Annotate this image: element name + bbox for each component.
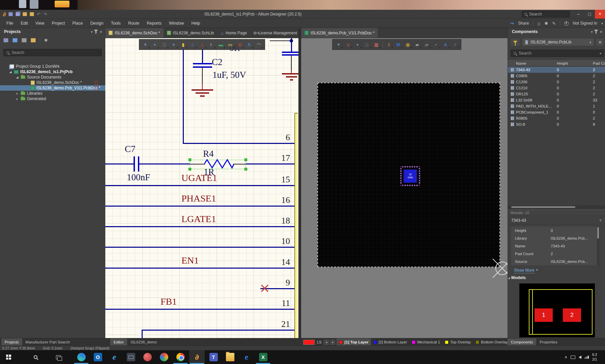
column-pad-count[interactable]: Pad Count (593, 61, 605, 65)
resistor-symbol[interactable] (204, 158, 234, 170)
taskbar-app-explorer[interactable] (222, 350, 238, 364)
save-all-icon[interactable] (16, 12, 20, 16)
menu-view[interactable]: View (32, 19, 48, 28)
tree-item[interactable]: ▸Libraries (0, 91, 105, 96)
measure-icon[interactable]: ⌐ (432, 40, 440, 49)
tree-expand-arrow[interactable]: ▸ (16, 97, 19, 100)
component-row[interactable]: C120602 (508, 79, 605, 85)
footprint-component[interactable]: 33 GND (401, 166, 420, 186)
place-arc-icon[interactable]: ◠ (254, 40, 263, 49)
component-row[interactable]: R080502 (508, 115, 605, 121)
save-project-icon[interactable] (3, 38, 8, 42)
taskbar-search-button[interactable] (28, 350, 43, 364)
no-erc-icon[interactable]: ⊘ (235, 40, 244, 49)
current-layer-swatch[interactable] (303, 340, 315, 345)
panel-tab-projects[interactable]: Projects (1, 338, 22, 346)
component-row[interactable]: L32.5x5B033 (508, 97, 605, 103)
layer-tab[interactable]: [2] Bottom Layer (371, 338, 409, 346)
network-tray-icon[interactable] (585, 356, 589, 359)
net-label[interactable]: FB1 (161, 297, 177, 306)
menu-design[interactable]: Design (87, 19, 107, 28)
selection-handle[interactable] (244, 168, 247, 171)
tab-schdoc[interactable]: ISL6236_demo.SchDoc * (105, 28, 164, 38)
place-line-icon[interactable]: ∕ (451, 40, 459, 49)
close-panel-icon[interactable]: × (99, 29, 102, 34)
net-label[interactable]: PHASE1 (181, 194, 216, 203)
place-component-icon[interactable]: ▬ (217, 40, 225, 49)
explorer-folder-icon[interactable] (31, 38, 36, 42)
component-row[interactable]: SO-808 (508, 121, 605, 127)
panel-menu-chevron-icon[interactable]: ▾ (591, 30, 593, 34)
taskbar-app-outlook[interactable]: O (90, 350, 106, 364)
horizontal-scrollbar[interactable] (508, 206, 605, 209)
menu-project[interactable]: Project (48, 19, 69, 28)
component-row[interactable]: 7343-4302 (508, 67, 605, 73)
layer-tab[interactable]: Mechanical 1 (409, 338, 442, 346)
filter-icon[interactable]: ▼ (141, 40, 150, 49)
undo-icon[interactable]: ↶ (37, 12, 40, 17)
board-insight-icon[interactable]: ▥ (372, 40, 381, 49)
place-power-port-icon[interactable]: ⊥ (198, 40, 206, 49)
show-more-link[interactable]: Show More (514, 268, 535, 273)
place-part-icon[interactable]: ▮ (179, 40, 188, 49)
tab-schlib[interactable]: ISL6236_demo.SchLib (164, 28, 217, 38)
doc-view-tab-isl6236-demo[interactable]: ISL6236_demo (127, 338, 160, 346)
menu-help[interactable]: Help (188, 19, 204, 28)
taskbar-app-chrome[interactable] (173, 350, 188, 364)
models-section-header[interactable]: Models (511, 275, 526, 280)
tree-expand-arrow[interactable]: ◢ (9, 70, 12, 73)
pcb-canvas[interactable]: ▼∪+□▥/M◎▰▱⌐A∕ 33 GND (301, 38, 508, 338)
taskbar-app-excel[interactable]: X (255, 350, 271, 364)
save-icon[interactable] (8, 12, 13, 16)
layer-tab[interactable]: [1] Top Layer (337, 338, 371, 346)
component-row[interactable]: PCBComponent_100 (508, 109, 605, 115)
panel-tab-manufacturer-part-search[interactable]: Manufacturer Part Search (22, 338, 74, 346)
settings-gear-icon[interactable]: ✱ (544, 21, 548, 26)
tree-item[interactable]: ◢Source Documents (0, 74, 105, 80)
panel-menu-chevron-icon[interactable]: ▾ (91, 30, 92, 34)
panel-tab-properties[interactable]: Properties (536, 338, 560, 346)
menu-tools[interactable]: Tools (107, 19, 124, 28)
panel-tab-components[interactable]: Components (508, 338, 536, 346)
snap-magnet-icon[interactable]: ∪ (344, 40, 352, 49)
net-label[interactable]: LGATE1 (181, 214, 216, 224)
filter-button[interactable] (511, 38, 520, 46)
display-tray-icon[interactable] (571, 356, 575, 359)
menu-place[interactable]: Place (68, 19, 86, 28)
footprint-model-preview[interactable]: 1 2 (519, 283, 595, 337)
menu-route[interactable]: Route (124, 19, 143, 28)
layer-tab[interactable]: Bottom Overlay (473, 338, 508, 346)
components-table-header[interactable]: Name Height Pad Count (508, 60, 605, 66)
components-search-input[interactable]: Search ▾ (511, 50, 604, 57)
component-detail-header[interactable]: 7343-43 » (508, 217, 605, 224)
net-label[interactable]: EN1 (181, 256, 199, 265)
layer-scroll-left-button[interactable]: ◂ (324, 340, 329, 345)
layer-set-label[interactable]: LS (316, 340, 322, 344)
place-string-icon[interactable]: A (441, 40, 450, 49)
tree-item[interactable]: ▸Generated (0, 96, 105, 101)
compile-icon[interactable] (12, 38, 18, 42)
compare-icon[interactable] (22, 38, 27, 42)
column-name[interactable]: Name (516, 61, 526, 65)
doc-view-tab-editor[interactable]: Editor (110, 338, 127, 346)
place-polygon-icon[interactable]: ▱ (422, 40, 431, 49)
place-probe-icon[interactable]: ⊦ (207, 40, 216, 49)
selection-handle[interactable] (189, 158, 191, 161)
component-row[interactable]: C121002 (508, 85, 605, 91)
collapse-chevron-icon[interactable]: » (598, 219, 603, 221)
move-icon[interactable]: + (150, 40, 159, 49)
layer-tab[interactable]: Top Overlay (442, 338, 473, 346)
pcb-board[interactable]: 33 GND (317, 83, 500, 267)
tab-home[interactable]: ⌂Home Page (217, 28, 250, 38)
column-height[interactable]: Height (557, 61, 568, 65)
menu-edit[interactable]: Edit (17, 19, 32, 28)
place-wire-icon[interactable]: ≈ (188, 40, 197, 49)
global-search-input[interactable]: Search (522, 11, 570, 18)
align-icon[interactable]: ≡ (169, 40, 178, 49)
component-row[interactable]: C080502 (508, 73, 605, 79)
taskbar-app-paint[interactable] (140, 350, 155, 364)
start-button[interactable] (1, 350, 16, 364)
collaboration-icon[interactable]: ✎ (552, 21, 556, 26)
tab-pcbdoc[interactable]: ISL6236_demo.Pcb_V1l1.PcbDoc * (301, 28, 378, 38)
tree-item[interactable]: ISL6236_demo.SchDoc * (0, 80, 105, 85)
